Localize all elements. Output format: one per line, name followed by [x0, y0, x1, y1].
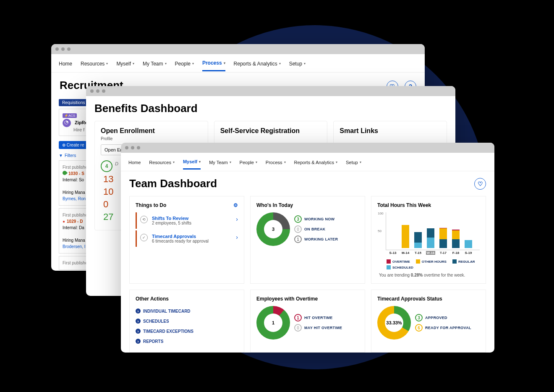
todo-timecards[interactable]: ✓ Timecard Approvals6 timecards ready fo…	[136, 230, 238, 247]
titlebar	[121, 143, 494, 153]
window-team-dashboard: Home Resources▾ Myself▾ My Team▾ People▾…	[121, 143, 494, 353]
requisition-id: 1030 - S	[63, 171, 84, 176]
nav-setup[interactable]: Setup▾	[289, 61, 306, 71]
tab-requisitions[interactable]: Requisitions	[59, 99, 88, 106]
other-action-link[interactable]: TIMECARD EXCEPTIONS	[136, 326, 238, 336]
who-in-donut	[256, 212, 290, 246]
heart-icon[interactable]: ♡	[474, 178, 486, 190]
todo-shifts[interactable]: ⟲ Shifts To Review2 employees, 5 shifts …	[136, 212, 238, 229]
acs-badge: ⚡ACS	[63, 113, 77, 118]
nav: Home Resources▾ Myself▾ My Team▾ People▾…	[51, 54, 425, 73]
nav-myteam[interactable]: My Team▾	[209, 160, 231, 169]
who-legend: 3WORKING NOW0ON BREAK1WORKING LATER	[294, 213, 338, 246]
nav-myself[interactable]: Myself▾	[116, 61, 134, 71]
other-action-link[interactable]: REPORTS	[136, 336, 238, 346]
bar-legend: OVERTIMEOTHER HOURSREGULARSCHEDULED	[387, 259, 480, 269]
other-action-link[interactable]: SCHEDULES	[136, 316, 238, 326]
nav: Home Resources▾ Myself▾ My Team▾ People▾…	[121, 153, 494, 171]
nav-myteam[interactable]: My Team▾	[143, 61, 166, 71]
zip-sub: Hire f	[73, 127, 84, 132]
page-title: Benefits Dashboard	[86, 96, 455, 121]
nav-reports[interactable]: Reports & Analytics▾	[234, 61, 281, 71]
filter-icon: ▼	[59, 153, 63, 158]
overtime-donut	[256, 306, 290, 340]
nav-resources[interactable]: Resources▾	[81, 61, 108, 71]
nav-resources[interactable]: Resources▾	[149, 160, 175, 169]
count-badge: 4	[101, 160, 112, 172]
timecard-status-card: Timecard Approvals Status 3APPROVED6READ…	[371, 290, 486, 353]
titlebar	[51, 44, 425, 54]
approval-donut	[377, 306, 411, 340]
manager-link[interactable]: Brodersen, I	[63, 244, 85, 249]
check-icon: ✓	[140, 234, 148, 241]
nav-process[interactable]: Process▾	[202, 60, 225, 71]
link-icon: ⟲	[140, 216, 148, 223]
hours-bar-chart: 100 50 S-13M-14T-15W-16T-17F-18S-19	[386, 212, 480, 250]
nav-setup[interactable]: Setup▾	[346, 160, 361, 169]
nav-reports[interactable]: Reports & Analytics▾	[294, 160, 337, 169]
trend-text: You are trending 0.28% overtime for the …	[379, 273, 480, 277]
chevron-right-icon: ›	[236, 234, 238, 240]
nav-people[interactable]: People▾	[175, 61, 194, 71]
total-hours-card: Total Hours This Week 100 50 S-13M-14T-1…	[371, 196, 486, 284]
manager-link[interactable]: Byrnes, Ron	[63, 196, 86, 201]
who-in-card: Who's In Today 3WORKING NOW0ON BREAK1WOR…	[250, 196, 365, 284]
other-action-link[interactable]: INDIVIDUAL TIMECARD	[136, 306, 238, 316]
other-actions-card: Other Actions INDIVIDUAL TIMECARDSCHEDUL…	[129, 290, 244, 353]
gauge-icon	[63, 119, 71, 127]
things-to-do-card: Things to Do⚙ ⟲ Shifts To Review2 employ…	[129, 196, 244, 284]
gear-icon[interactable]: ⚙	[233, 202, 238, 208]
nav-home[interactable]: Home	[128, 160, 141, 169]
requisition-id: 1029 - D	[63, 219, 83, 224]
page-title: Team Dashboard	[129, 177, 217, 190]
nav-process[interactable]: Process▾	[266, 160, 286, 169]
nav-myself[interactable]: Myself▾	[183, 159, 201, 170]
employees-overtime-card: Employees with Overtime 1HIT OVERTIME0MA…	[250, 290, 365, 353]
page-title-row: Team Dashboard ♡	[121, 171, 494, 196]
titlebar	[86, 86, 455, 96]
nav-people[interactable]: People▾	[240, 160, 257, 169]
nav-home[interactable]: Home	[59, 61, 72, 71]
chevron-right-icon: ›	[236, 216, 238, 222]
create-requisition-button[interactable]: ⊕ Create re	[59, 141, 87, 149]
